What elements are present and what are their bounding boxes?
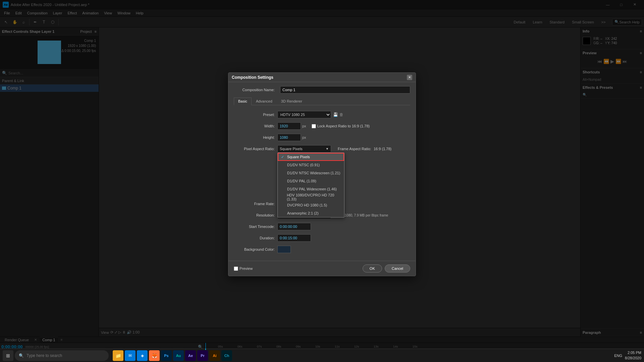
frame-aspect-label: Frame Aspect Ratio: [338, 147, 371, 151]
par-dropdown-arrow: ▼ [326, 147, 329, 150]
taskbar-app-explorer[interactable]: 📁 [113, 350, 123, 361]
comp-name-row: Composition Name: [234, 86, 410, 94]
modal-overlay: Composition Settings ✕ Composition Name:… [0, 0, 644, 349]
taskbar-app-mail[interactable]: ✉ [125, 350, 136, 361]
dialog-titlebar: Composition Settings ✕ [228, 73, 416, 82]
par-option-label-2: D1/DV NTSC Widescreen (1.21) [287, 171, 340, 175]
taskbar-search-input[interactable] [26, 353, 105, 358]
height-input[interactable] [277, 134, 301, 141]
par-option-square[interactable]: ✓ Square Pixels [278, 153, 344, 161]
par-option-label-3: D1/DV PAL (1.09) [287, 179, 316, 183]
taskbar-app-photoshop[interactable]: Ps [161, 350, 172, 361]
duration-label: Duration: [234, 236, 277, 240]
bg-color-label: Background Color: [234, 247, 277, 251]
taskbar-app-audition[interactable]: Au [173, 350, 184, 361]
composition-settings-dialog: Composition Settings ✕ Composition Name:… [228, 72, 416, 276]
taskbar-app-illustrator[interactable]: Ai [209, 350, 220, 361]
height-label: Height: [234, 135, 277, 139]
width-row: Width: px Lock Aspect Ratio to 16:9 (1.7… [234, 122, 410, 130]
par-option-dvcpro[interactable]: DVCPRO HD 1080 (1.5) [278, 201, 344, 209]
dialog-close-button[interactable]: ✕ [407, 75, 412, 80]
par-label: Pixel Aspect Ratio: [234, 147, 277, 151]
frame-rate-label: Frame Rate: [234, 202, 277, 206]
width-label: Width: [234, 124, 277, 128]
par-option-label-5: HDV 1080/DVCPRO HD 720 (1.33) [287, 193, 341, 201]
start-button[interactable]: ⊞ [3, 350, 13, 361]
width-unit: px [302, 124, 306, 128]
lock-aspect-checkbox[interactable] [312, 124, 316, 128]
par-option-label-1: D1/DV NTSC (0.91) [287, 163, 320, 167]
language-indicator: ENG [614, 354, 622, 358]
bg-color-swatch[interactable] [277, 246, 291, 253]
frame-aspect-group: Frame Aspect Ratio: 16:9 (1.78) [338, 146, 391, 151]
preset-save-icon[interactable]: 💾 [333, 112, 338, 117]
par-option-label-0: Square Pixels [287, 155, 310, 159]
ok-button[interactable]: OK [363, 264, 382, 273]
start-timecode-row: Start Timecode: [234, 223, 410, 231]
clock: 2:05 PM 8/28/2020 [625, 350, 641, 361]
height-row: Height: px [234, 133, 410, 141]
width-input[interactable] [277, 122, 301, 130]
cancel-button[interactable]: Cancel [385, 264, 410, 273]
par-dropdown-list: ✓ Square Pixels D1/DV NTSC (0.91) D1/DV … [277, 153, 344, 218]
clock-date: 8/28/2020 [625, 356, 641, 361]
frame-aspect-val: 16:9 (1.78) [374, 147, 391, 151]
taskbar-search-box: 🔍 [15, 350, 109, 361]
dialog-footer: Preview OK Cancel [228, 261, 416, 276]
par-option-label-6: DVCPRO HD 1080 (1.5) [287, 203, 327, 207]
preview-checkbox[interactable] [234, 266, 238, 271]
dialog-tabs: Basic Advanced 3D Renderer [234, 98, 410, 105]
comp-name-label: Composition Name: [234, 88, 277, 92]
par-dropdown-button[interactable]: Square Pixels ▼ [277, 145, 331, 153]
taskbar-search-icon: 🔍 [19, 353, 24, 358]
height-unit: px [302, 135, 306, 139]
par-option-label-7: Anamorphic 2:1 (2) [287, 211, 319, 215]
par-option-hdv[interactable]: HDV 1080/DVCPRO HD 720 (1.33) [278, 193, 344, 201]
lock-aspect-check: Lock Aspect Ratio to 16:9 (1.78) [312, 124, 370, 128]
dialog-title: Composition Settings [232, 75, 407, 80]
tab-advanced[interactable]: Advanced [252, 98, 277, 105]
taskbar-app-vscode[interactable]: ◈ [137, 350, 148, 361]
taskbar-app-premiere[interactable]: Pr [197, 350, 208, 361]
par-selected-value: Square Pixels [280, 147, 303, 151]
taskbar-apps: 📁 ✉ ◈ 🦊 Ps Au Ae Pr Ai Ch [113, 350, 232, 361]
par-option-d1ntsc-ws[interactable]: D1/DV NTSC Widescreen (1.21) [278, 169, 344, 177]
preset-label: Preset: [234, 113, 277, 117]
taskbar-right: ENG 2:05 PM 8/28/2020 [614, 350, 641, 361]
check-icon: ✓ [281, 155, 285, 159]
taskbar-app-ch[interactable]: Ch [221, 350, 232, 361]
par-dropdown-container: Square Pixels ▼ ✓ Square Pixels D1/DV NT… [277, 145, 331, 153]
comp-name-input[interactable] [280, 86, 410, 94]
start-timecode-label: Start Timecode: [234, 225, 277, 229]
duration-input[interactable] [277, 234, 311, 242]
preset-row: Preset: HDTV 1080 25 💾 🗑 [234, 111, 410, 119]
par-option-anamorphic[interactable]: Anamorphic 2:1 (2) [278, 209, 344, 217]
taskbar-app-firefox[interactable]: 🦊 [149, 350, 160, 361]
par-option-d1pal-ws[interactable]: D1/DV PAL Widescreen (1.46) [278, 185, 344, 193]
taskbar-app-after-effects[interactable]: Ae [185, 350, 196, 361]
par-row: Pixel Aspect Ratio: Square Pixels ▼ ✓ Sq… [234, 145, 410, 153]
resolution-label: Resolution: [234, 213, 277, 217]
preset-select[interactable]: HDTV 1080 25 [277, 111, 331, 118]
taskbar: ⊞ 🔍 📁 ✉ ◈ 🦊 Ps Au Ae Pr Ai Ch ENG 2:05 P… [0, 349, 644, 362]
lock-aspect-label: Lock Aspect Ratio to 16:9 (1.78) [317, 124, 370, 128]
preset-delete-icon[interactable]: 🗑 [339, 112, 343, 117]
preview-checkbox-label: Preview [239, 266, 253, 270]
par-option-d1ntsc[interactable]: D1/DV NTSC (0.91) [278, 161, 344, 169]
par-option-label-4: D1/DV PAL Widescreen (1.46) [287, 187, 337, 191]
preview-check-group: Preview [234, 266, 253, 271]
clock-time: 2:05 PM [625, 350, 641, 355]
tab-basic[interactable]: Basic [234, 98, 252, 105]
duration-row: Duration: [234, 234, 410, 242]
tab-3d-renderer[interactable]: 3D Renderer [277, 98, 307, 105]
start-timecode-input[interactable] [277, 223, 311, 230]
bg-color-row: Background Color: [234, 245, 410, 253]
par-option-d1pal[interactable]: D1/DV PAL (1.09) [278, 177, 344, 185]
dialog-body: Composition Name: Basic Advanced 3D Rend… [228, 82, 416, 261]
